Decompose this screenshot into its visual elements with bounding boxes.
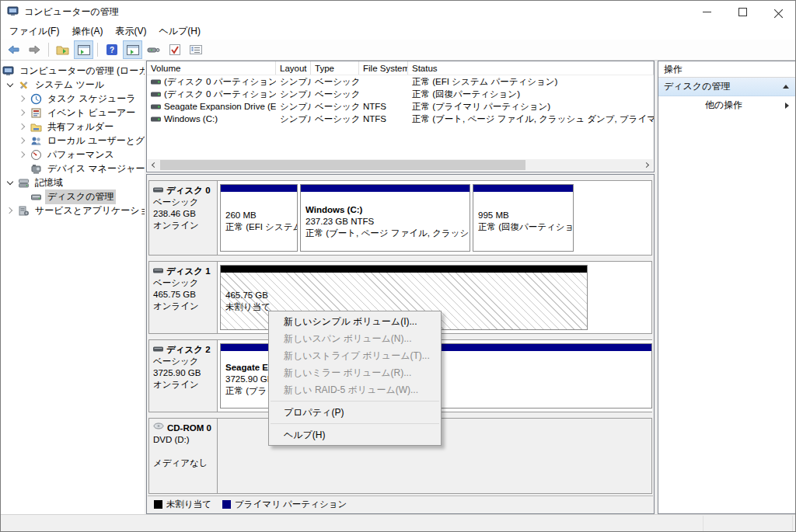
column-header-type[interactable]: Type <box>311 61 359 75</box>
partition-color-band <box>473 185 573 192</box>
tree-item-computer-management[interactable]: コンピューターの管理 (ローカル) <box>0 64 145 78</box>
collapse-icon[interactable] <box>783 85 789 89</box>
cd-icon <box>153 422 164 434</box>
volume-row[interactable]: (ディスク 0 パーティション 4) シンプル ベーシック 正常 (回復パーティ… <box>147 88 654 100</box>
scroll-right-arrow[interactable] <box>641 159 653 171</box>
chevron-collapsed-icon[interactable] <box>19 95 26 103</box>
disk-label[interactable]: ディスク 2 ベーシック 3725.90 GB オンライン <box>149 340 218 412</box>
close-icon <box>774 8 783 16</box>
partition-box[interactable]: Windows (C:) 237.23 GB NTFS 正常 (ブート, ページ… <box>300 184 470 252</box>
tree-item-performance[interactable]: パフォーマンス <box>0 148 145 162</box>
column-header-status[interactable]: Status <box>408 61 654 75</box>
disk-label[interactable]: ディスク 1 ベーシック 465.75 GB オンライン <box>149 262 218 333</box>
volume-list-header: Volume Layout Type File System Status <box>147 61 654 75</box>
list-icon <box>190 45 202 54</box>
chevron-collapsed-icon[interactable] <box>19 151 26 158</box>
tree-item-event-viewer[interactable]: イベント ビューアー <box>0 106 145 120</box>
column-header-layout[interactable]: Layout <box>276 61 311 75</box>
snapin-button[interactable] <box>144 40 163 59</box>
disk-icon <box>153 344 163 356</box>
chevron-expanded-icon[interactable] <box>6 81 14 89</box>
partition-color-band <box>221 266 587 273</box>
computer-icon <box>2 65 14 77</box>
menu-view[interactable]: 表示(V) <box>109 23 152 40</box>
volume-row[interactable]: (ディスク 0 パーティション 1) シンプル ベーシック 正常 (EFI シス… <box>147 75 654 88</box>
horizontal-scrollbar[interactable] <box>148 159 653 171</box>
show-console-tree-button[interactable] <box>74 40 93 59</box>
maximize-icon <box>738 8 747 16</box>
tree-item-local-users-groups[interactable]: ローカル ユーザーとグループ <box>0 134 145 148</box>
toolbar: ? <box>0 40 796 61</box>
app-icon <box>7 5 19 18</box>
task-scheduler-icon <box>30 93 42 105</box>
back-button[interactable] <box>4 40 23 59</box>
menu-item-new-striped-volume: 新しいストライプ ボリューム(T)... <box>269 347 441 364</box>
close-button[interactable] <box>760 0 796 23</box>
volume-list: Volume Layout Type File System Status (デ… <box>146 61 655 172</box>
submenu-arrow-icon <box>785 103 789 109</box>
volume-row[interactable]: Seagate Expansion Drive (E:) シンプル ベーシック … <box>147 100 654 113</box>
menu-item-help[interactable]: ヘルプ(H) <box>269 426 441 443</box>
column-header-volume[interactable]: Volume <box>147 61 276 75</box>
forward-arrow-icon <box>29 45 40 54</box>
window-title: コンピューターの管理 <box>24 5 119 19</box>
svg-text:?: ? <box>109 46 113 54</box>
chevron-collapsed-icon[interactable] <box>19 109 26 116</box>
help-button[interactable]: ? <box>102 40 121 59</box>
menu-separator <box>271 423 439 424</box>
maximize-button[interactable] <box>724 0 760 23</box>
legend-swatch-navy <box>222 500 231 509</box>
actions-pane: 操作 ディスクの管理 他の操作 <box>658 61 796 514</box>
export-folder-button[interactable] <box>53 40 72 59</box>
console-icon <box>147 46 160 54</box>
tools-icon <box>17 79 30 91</box>
tree-item-system-tools[interactable]: システム ツール <box>0 78 145 92</box>
menu-bar: ファイル(F) 操作(A) 表示(V) ヘルプ(H) <box>0 23 796 40</box>
menu-file[interactable]: ファイル(F) <box>3 23 65 40</box>
users-icon <box>30 135 42 147</box>
properties-list-button[interactable] <box>186 40 205 59</box>
chevron-collapsed-icon[interactable] <box>6 207 14 214</box>
chevron-collapsed-icon[interactable] <box>19 123 26 130</box>
partition-box[interactable]: 260 MB 正常 (EFI システム パーティション) <box>220 184 298 252</box>
menu-separator <box>271 401 439 402</box>
menu-item-new-simple-volume[interactable]: 新しいシンプル ボリューム(I)... <box>269 313 441 330</box>
chevron-collapsed-icon[interactable] <box>19 137 26 144</box>
disk-row-0: ディスク 0 ベーシック 238.46 GB オンライン 260 MB 正常 (… <box>148 180 652 256</box>
volume-row[interactable]: Windows (C:) シンプル ベーシック NTFS 正常 (ブート, ペー… <box>147 113 654 125</box>
volume-icon <box>151 103 161 110</box>
volume-icon <box>151 116 161 123</box>
minimize-button[interactable] <box>689 0 724 23</box>
partition-box[interactable]: 995 MB 正常 (回復パーティション) <box>473 184 574 252</box>
event-viewer-icon <box>30 107 42 119</box>
scroll-left-arrow[interactable] <box>148 159 159 171</box>
back-arrow-icon <box>8 45 19 54</box>
tree-item-task-scheduler[interactable]: タスク スケジューラ <box>0 92 145 106</box>
column-header-file-system[interactable]: File System <box>359 61 408 75</box>
tree-item-disk-management[interactable]: ディスクの管理 <box>0 190 145 203</box>
scrollbar-thumb[interactable] <box>160 160 525 170</box>
menu-action[interactable]: 操作(A) <box>65 23 109 40</box>
checkmark-icon <box>169 44 180 55</box>
partition-color-band <box>301 185 470 192</box>
menu-help[interactable]: ヘルプ(H) <box>152 23 207 40</box>
check-button[interactable] <box>165 40 184 59</box>
tree-item-device-manager[interactable]: デバイス マネージャー <box>0 162 145 176</box>
forward-button[interactable] <box>25 40 44 59</box>
title-bar: コンピューターの管理 <box>0 0 796 23</box>
menu-item-new-mirrored-volume: 新しいミラー ボリューム(R)... <box>269 364 441 381</box>
chevron-expanded-icon[interactable] <box>6 179 14 186</box>
actions-section-disk-management[interactable]: ディスクの管理 <box>658 78 795 96</box>
menu-item-properties[interactable]: プロパティ(P) <box>269 404 441 421</box>
show-action-pane-button[interactable] <box>123 40 142 59</box>
folder-icon <box>56 44 69 55</box>
cdrom-label[interactable]: CD-ROM 0 DVD (D:) メディアなし <box>149 419 218 493</box>
storage-icon <box>17 177 30 189</box>
tree-item-services-applications[interactable]: サービスとアプリケーション <box>0 203 145 217</box>
tree-item-storage[interactable]: 記憶域 <box>0 176 145 190</box>
legend-swatch-black <box>154 500 162 509</box>
minimize-icon <box>703 12 711 12</box>
disk-label[interactable]: ディスク 0 ベーシック 238.46 GB オンライン <box>149 181 218 255</box>
tree-item-shared-folders[interactable]: 共有フォルダー <box>0 120 145 134</box>
actions-item-more-actions[interactable]: 他の操作 <box>658 96 795 114</box>
